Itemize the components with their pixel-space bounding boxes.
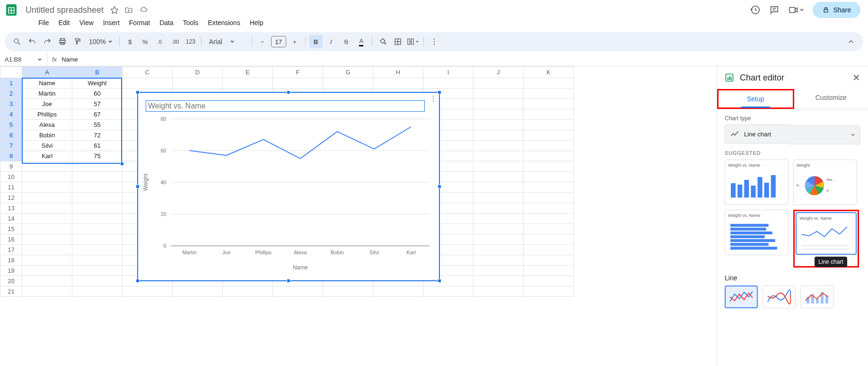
cell[interactable] xyxy=(473,89,524,99)
row-header[interactable]: 20 xyxy=(0,276,22,286)
menu-format[interactable]: Format xyxy=(125,17,154,30)
cell[interactable] xyxy=(524,276,574,286)
cell[interactable] xyxy=(473,214,524,224)
cell[interactable] xyxy=(22,245,72,255)
cell[interactable] xyxy=(524,89,574,99)
cell[interactable] xyxy=(473,182,524,193)
row-header[interactable]: 6 xyxy=(0,130,22,141)
bold-button[interactable]: B xyxy=(309,35,323,48)
column-header[interactable]: H xyxy=(373,67,423,78)
undo-icon[interactable] xyxy=(26,35,39,48)
chart-resize-handle[interactable] xyxy=(438,279,441,283)
chart-resize-handle[interactable] xyxy=(136,90,140,94)
chart-resize-handle[interactable] xyxy=(287,279,290,283)
redo-icon[interactable] xyxy=(41,35,54,48)
cell[interactable] xyxy=(473,203,524,214)
cell[interactable] xyxy=(423,78,473,89)
row-header[interactable]: 10 xyxy=(0,172,22,182)
more-toolbar-icon[interactable] xyxy=(428,35,441,48)
cell[interactable] xyxy=(373,286,423,297)
cell[interactable] xyxy=(473,172,524,182)
cell[interactable]: 61 xyxy=(72,141,123,151)
cell[interactable]: 72 xyxy=(72,130,123,141)
search-menus-icon[interactable] xyxy=(10,35,24,48)
cell[interactable] xyxy=(473,161,524,172)
spreadsheet-grid[interactable]: ABCDEFGHIJK1NameWeight2Martin603Joe574Ph… xyxy=(0,66,717,366)
cell[interactable] xyxy=(524,193,574,203)
collapse-toolbar-icon[interactable] xyxy=(844,35,858,48)
column-header[interactable]: J xyxy=(473,67,524,78)
row-header[interactable]: 3 xyxy=(0,99,22,109)
cell[interactable] xyxy=(72,276,123,286)
row-header[interactable]: 13 xyxy=(0,203,22,214)
close-icon[interactable]: ✕ xyxy=(852,72,860,83)
cell[interactable]: Name xyxy=(22,78,72,89)
cell[interactable] xyxy=(473,120,524,130)
cell[interactable] xyxy=(22,276,72,286)
cell[interactable] xyxy=(72,172,123,182)
cell[interactable] xyxy=(524,245,574,255)
suggested-column-chart[interactable]: Weight vs. Name xyxy=(725,160,789,205)
cell[interactable]: Bobin xyxy=(22,130,72,141)
cell[interactable] xyxy=(473,255,524,266)
cell[interactable] xyxy=(22,161,72,172)
sheets-logo-icon[interactable] xyxy=(4,2,19,18)
currency-icon[interactable]: $ xyxy=(123,35,137,48)
cell[interactable]: Alexa xyxy=(22,120,72,130)
column-header[interactable]: A xyxy=(22,67,72,78)
column-header[interactable]: G xyxy=(323,67,373,78)
increase-font-icon[interactable]: + xyxy=(288,35,301,48)
cell[interactable] xyxy=(72,245,123,255)
suggested-pie-chart[interactable]: Weight K… xyxy=(793,160,857,205)
cell[interactable]: Phillips xyxy=(22,109,72,120)
more-formats-icon[interactable]: 123 xyxy=(184,35,197,48)
cell[interactable] xyxy=(223,78,273,89)
chart-type-dropdown[interactable]: Line chart xyxy=(725,125,791,143)
cell[interactable] xyxy=(473,245,524,255)
decrease-font-icon[interactable]: − xyxy=(256,35,269,48)
cell[interactable] xyxy=(524,151,574,161)
menu-data[interactable]: Data xyxy=(155,17,178,30)
font-size-input[interactable]: 17 xyxy=(271,36,286,47)
zoom-select[interactable]: 100% xyxy=(86,38,115,45)
row-header[interactable]: 2 xyxy=(0,89,22,99)
cell[interactable] xyxy=(524,172,574,182)
cell[interactable]: 60 xyxy=(72,89,123,99)
cell[interactable] xyxy=(473,141,524,151)
text-color-button[interactable]: A xyxy=(355,35,368,48)
cell[interactable] xyxy=(72,286,123,297)
cell[interactable] xyxy=(524,266,574,276)
cell[interactable] xyxy=(473,224,524,234)
cell[interactable] xyxy=(22,203,72,214)
cell[interactable] xyxy=(323,286,373,297)
suggested-bar-chart[interactable]: Weight vs. Name xyxy=(725,210,789,255)
cell[interactable] xyxy=(72,214,123,224)
menu-view[interactable]: View xyxy=(75,17,98,30)
cell[interactable] xyxy=(524,255,574,266)
cell[interactable] xyxy=(473,78,524,89)
column-header[interactable]: D xyxy=(173,67,223,78)
row-header[interactable]: 4 xyxy=(0,109,22,120)
column-header[interactable]: I xyxy=(423,67,473,78)
cell[interactable] xyxy=(524,214,574,224)
menu-tools[interactable]: Tools xyxy=(179,17,203,30)
cell[interactable] xyxy=(473,286,524,297)
row-header[interactable]: 5 xyxy=(0,120,22,130)
menu-edit[interactable]: Edit xyxy=(54,17,74,30)
cell[interactable] xyxy=(473,266,524,276)
fill-color-icon[interactable] xyxy=(376,35,389,48)
chart-resize-handle[interactable] xyxy=(438,90,441,94)
menu-file[interactable]: File xyxy=(34,17,53,30)
cell[interactable] xyxy=(473,109,524,120)
cell[interactable] xyxy=(273,78,323,89)
cell[interactable] xyxy=(22,224,72,234)
cell[interactable] xyxy=(524,203,574,214)
line-chart-option-3[interactable] xyxy=(800,286,833,308)
cell[interactable]: Weight xyxy=(72,78,123,89)
cell[interactable] xyxy=(72,161,123,172)
embedded-chart[interactable]: Weight vs. Name 020406080MartinJoePhilli… xyxy=(137,92,440,281)
cell[interactable] xyxy=(473,276,524,286)
cell[interactable] xyxy=(22,234,72,245)
cell[interactable] xyxy=(22,266,72,276)
cell[interactable] xyxy=(473,193,524,203)
